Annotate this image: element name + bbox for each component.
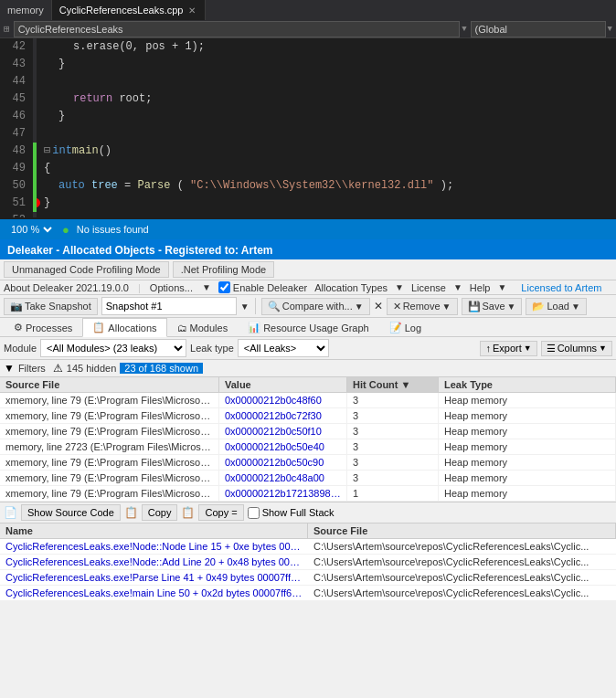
code-line-50: auto tree = Parse ( "C:\\Windows\\System…	[44, 177, 616, 195]
table-body: xmemory, line 79 (E:\Program Files\Micro…	[0, 393, 616, 502]
code-line-47	[44, 125, 616, 143]
enable-deleaker-checkbox[interactable]	[218, 281, 230, 293]
table-row[interactable]: xmemory, line 79 (E:\Program Files\Micro…	[0, 486, 616, 502]
columns-btn[interactable]: ☰ Columns ▼	[541, 341, 612, 356]
td-hitcount: 3	[347, 393, 439, 407]
deleaker-menu: About Deleaker 2021.19.0.0 | Options... …	[0, 280, 616, 295]
stack-row[interactable]: CyclicReferencesLeaks.exe!Node::Node Lin…	[0, 539, 616, 555]
td-source: xmemory, line 79 (E:\Program Files\Micro…	[0, 486, 219, 501]
bottom-toolbar: 📄 Show Source Code 📋 Copy 📋 Copy = Show …	[0, 502, 616, 524]
leak-type-label: Leak type	[190, 343, 234, 354]
menu-license[interactable]: License	[411, 282, 446, 293]
table-row[interactable]: xmemory, line 79 (E:\Program Files\Micro…	[0, 471, 616, 486]
filter-bar: Module <All Modules> (23 leaks) Leak typ…	[0, 337, 616, 360]
filter-row: ▼ Filters ⚠ 145 hidden 23 of 168 shown	[0, 360, 616, 377]
compare-x[interactable]: ✕	[374, 300, 383, 312]
columns-label: Columns	[558, 343, 597, 354]
menu-allocation-types[interactable]: Allocation Types	[314, 282, 388, 293]
menu-help[interactable]: Help	[470, 282, 491, 293]
tab-allocations[interactable]: 📋 Allocations	[82, 318, 166, 337]
save-btn[interactable]: 💾 Save ▼	[462, 298, 523, 315]
load-icon: 📂	[532, 301, 545, 312]
th-value[interactable]: Value	[219, 377, 347, 392]
code-text-42: s.erase(0, pos + 1);	[73, 38, 205, 56]
td-leaktype: Heap memory	[439, 486, 616, 501]
load-btn[interactable]: 📂 Load ▼	[526, 298, 586, 315]
stack-row[interactable]: CyclicReferencesLeaks.exe!Node::Add Line…	[0, 555, 616, 570]
th-hitcount[interactable]: Hit Count ▼	[347, 377, 439, 392]
compare-with-btn[interactable]: 🔍 Compare with... ▼	[261, 298, 370, 315]
code-text-49: {	[44, 160, 50, 177]
compare-icon: 🔍	[268, 301, 281, 312]
table-row[interactable]: xmemory, line 79 (E:\Program Files\Micro…	[0, 455, 616, 471]
module-select[interactable]: <All Modules> (23 leaks)	[40, 339, 186, 357]
stack-td-name: CyclicReferencesLeaks.exe!Node::Add Line…	[0, 555, 308, 569]
code-top-bar: ⊞ ▼ ▼	[0, 20, 616, 38]
collapse-48[interactable]: ⊟	[44, 143, 50, 160]
table-row[interactable]: xmemory, line 79 (E:\Program Files\Micro…	[0, 393, 616, 408]
filter-icon: ▼	[4, 362, 15, 375]
mode-unmanaged[interactable]: Unmanaged Code Profiling Mode	[4, 261, 169, 278]
tab-resource-graph[interactable]: 📊 Resource Usage Graph	[238, 318, 379, 336]
remove-arrow: ▼	[442, 301, 451, 312]
td-source: xmemory, line 79 (E:\Program Files\Micro…	[0, 393, 219, 407]
stack-th-name[interactable]: Name	[0, 524, 308, 538]
tab-modules[interactable]: 🗂 Modules	[167, 319, 239, 336]
breakpoint-51[interactable]	[37, 198, 40, 207]
tab-cpp[interactable]: CyclicReferencesLeaks.cpp ✕	[52, 0, 207, 20]
snapshot-arrow: ▼	[240, 301, 250, 312]
tab-processes[interactable]: ⚙ Processes	[4, 318, 82, 336]
export-btn[interactable]: ↑ Export ▼	[480, 341, 536, 356]
source-code-icon: 📄	[4, 506, 17, 519]
show-full-stack-checkbox[interactable]	[248, 507, 260, 519]
show-source-btn[interactable]: Show Source Code	[21, 504, 121, 521]
code-global-input[interactable]	[471, 21, 606, 37]
remove-btn[interactable]: ✕ Remove ▼	[387, 298, 458, 315]
stack-th-source[interactable]: Source File	[308, 524, 616, 538]
table-row[interactable]: xmemory, line 79 (E:\Program Files\Micro…	[0, 408, 616, 424]
snapshot-input[interactable]	[101, 297, 237, 315]
stack-td-source: C:\Users\Artem\source\repos\CyclicRefere…	[308, 555, 616, 569]
td-hitcount: 3	[347, 439, 439, 454]
hidden-badge: 145 hidden	[67, 363, 116, 374]
columns-icon: ☰	[547, 343, 556, 354]
stack-row[interactable]: CyclicReferencesLeaks.exe!main Line 50 +…	[0, 586, 616, 601]
enable-deleaker-checkbox-label[interactable]: Enable Deleaker	[218, 281, 307, 293]
export-icon: ↑	[485, 343, 491, 354]
table-row[interactable]: xmemory, line 79 (E:\Program Files\Micro…	[0, 424, 616, 439]
copy-btn[interactable]: Copy	[142, 504, 178, 521]
code-line-45: return root;	[44, 90, 616, 108]
th-leaktype[interactable]: Leak Type	[439, 377, 616, 392]
tab-resource-label: Resource Usage Graph	[263, 323, 369, 333]
status-text: No issues found	[77, 224, 149, 235]
stack-td-name: CyclicReferencesLeaks.exe!main Line 50 +…	[0, 586, 308, 600]
processes-icon: ⚙	[14, 322, 23, 333]
td-value: 0x00000212b0c50c90	[219, 455, 347, 470]
code-expand-icon[interactable]: ⊞	[4, 23, 10, 35]
stack-th-name-label: Name	[5, 525, 33, 536]
td-leaktype: Heap memory	[439, 455, 616, 470]
tab-memory[interactable]: memory	[0, 0, 52, 20]
mode-net[interactable]: .Net Profiling Mode	[173, 261, 275, 278]
menu-options[interactable]: Options...	[150, 282, 193, 293]
remove-icon: ✕	[393, 301, 401, 312]
compare-with-label: Compare with...	[282, 301, 353, 312]
stack-row[interactable]: CyclicReferencesLeaks.exe!Parse Line 41 …	[0, 570, 616, 586]
menu-about[interactable]: About Deleaker 2021.19.0.0	[4, 282, 129, 293]
enable-deleaker-label: Enable Deleaker	[233, 282, 307, 293]
copy-all-btn[interactable]: Copy =	[198, 504, 243, 521]
code-area: ⊞ ▼ ▼ 4243444546 474849505152 s.erase(0,…	[0, 20, 616, 219]
show-full-stack-text: Show Full Stack	[262, 507, 335, 518]
code-line-48: ⊟ int main ()	[44, 143, 616, 160]
code-file-input[interactable]	[14, 21, 461, 37]
th-source[interactable]: Source File	[0, 377, 219, 392]
table-row[interactable]: memory, line 2723 (E:\Program Files\Micr…	[0, 439, 616, 455]
tab-log[interactable]: 📝 Log	[379, 318, 431, 336]
take-snapshot-btn[interactable]: 📷 Take Snapshot	[4, 298, 98, 315]
leak-type-select[interactable]: <All Leaks>	[238, 339, 329, 357]
zoom-select[interactable]: 100 %	[7, 223, 55, 236]
tab-cpp-close[interactable]: ✕	[186, 5, 197, 16]
td-hitcount: 3	[347, 471, 439, 485]
show-full-stack-label[interactable]: Show Full Stack	[248, 507, 335, 519]
copy-icon: 📋	[124, 506, 138, 519]
